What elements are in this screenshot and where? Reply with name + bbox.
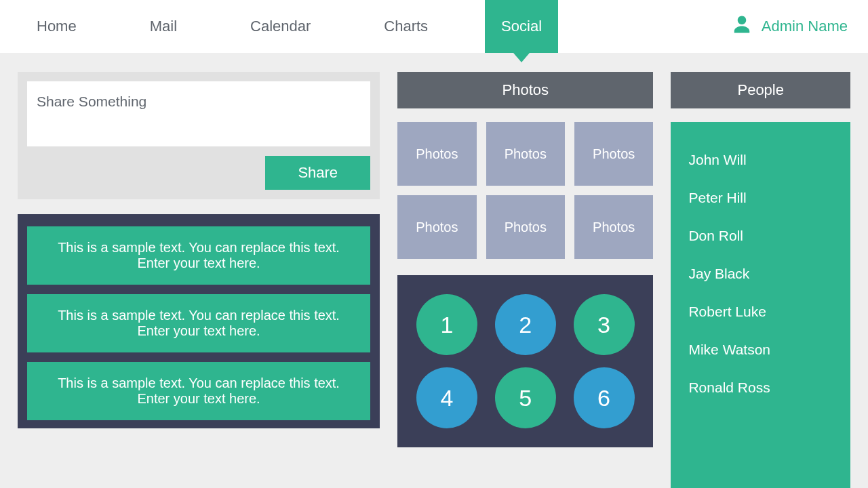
share-actions: Share [27, 156, 370, 190]
feed-item: This is a sample text. You can replace t… [27, 226, 370, 285]
person-item[interactable]: Ronald Ross [688, 369, 833, 407]
photo-tile[interactable]: Photos [486, 122, 565, 186]
person-item[interactable]: Jay Black [688, 255, 833, 293]
column-middle: Photos Photos Photos Photos Photos Photo… [397, 72, 653, 488]
feed-item: This is a sample text. You can replace t… [27, 294, 370, 352]
people-list: John Will Peter Hill Don Roll Jay Black … [671, 122, 850, 488]
people-header: People [671, 72, 850, 108]
column-left: Share This is a sample text. You can rep… [18, 72, 380, 488]
feed-item: This is a sample text. You can replace t… [27, 362, 370, 420]
person-item[interactable]: Robert Luke [688, 293, 833, 331]
share-input[interactable] [27, 81, 370, 146]
tab-home[interactable]: Home [20, 0, 93, 53]
person-item[interactable]: John Will [688, 141, 833, 179]
share-box: Share [18, 72, 380, 199]
person-item[interactable]: Mike Watson [688, 331, 833, 369]
page-body: Share This is a sample text. You can rep… [0, 53, 868, 488]
share-button[interactable]: Share [265, 156, 370, 190]
photos-header: Photos [397, 72, 653, 108]
user-label: Admin Name [762, 18, 848, 35]
photo-tile[interactable]: Photos [574, 195, 653, 259]
pad-2[interactable]: 2 [495, 294, 556, 355]
pad-1[interactable]: 1 [416, 294, 477, 355]
pad-4[interactable]: 4 [416, 367, 477, 428]
photo-tile[interactable]: Photos [397, 122, 476, 186]
number-pad: 1 2 3 4 5 6 [397, 275, 653, 447]
pad-5[interactable]: 5 [495, 367, 556, 428]
tab-social[interactable]: Social [485, 0, 558, 53]
person-item[interactable]: Peter Hill [688, 179, 833, 217]
top-nav: Home Mail Calendar Charts Social Admin N… [0, 0, 868, 53]
photo-tile[interactable]: Photos [486, 195, 565, 259]
tab-calendar[interactable]: Calendar [234, 0, 327, 53]
photo-tile[interactable]: Photos [397, 195, 476, 259]
pad-6[interactable]: 6 [574, 367, 635, 428]
feed: This is a sample text. You can replace t… [18, 214, 380, 428]
person-item[interactable]: Don Roll [688, 217, 833, 255]
user-menu[interactable]: Admin Name [732, 0, 848, 53]
photo-tile[interactable]: Photos [574, 122, 653, 186]
tab-mail[interactable]: Mail [134, 0, 193, 53]
user-icon [732, 14, 752, 39]
pad-3[interactable]: 3 [574, 294, 635, 355]
tab-charts[interactable]: Charts [368, 0, 444, 53]
column-right: People John Will Peter Hill Don Roll Jay… [671, 72, 850, 488]
nav-tabs: Home Mail Calendar Charts Social [20, 0, 732, 53]
photo-grid: Photos Photos Photos Photos Photos Photo… [397, 122, 653, 259]
